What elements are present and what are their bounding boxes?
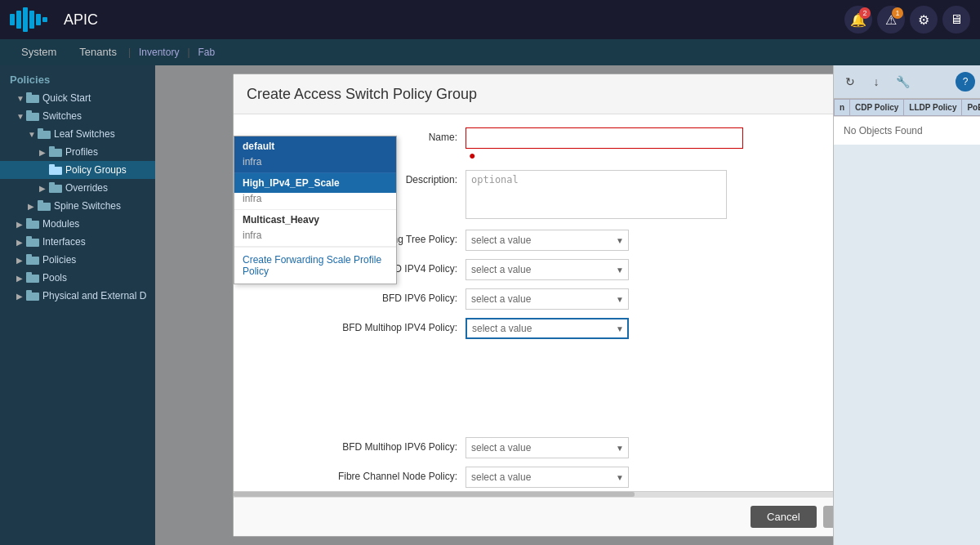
- name-input[interactable]: [466, 127, 743, 149]
- folder-icon: [26, 92, 39, 104]
- arrow-icon: ▶: [16, 274, 26, 283]
- folder-icon: [26, 272, 39, 284]
- bfd-multihop-ipv4-wrapper: select a value ▼ default infra High_IPv4…: [466, 318, 743, 339]
- arrow-icon: ▼: [16, 112, 26, 121]
- svg-rect-6: [26, 95, 39, 103]
- dropdown-item-high-ipv4[interactable]: High_IPv4_EP_Scale: [234, 173, 396, 193]
- svg-rect-14: [49, 167, 62, 175]
- bfd-ipv4-select[interactable]: select a value: [466, 259, 629, 280]
- bfd-multihop-ipv6-label: BFD Multihop IPV6 Policy:: [253, 437, 466, 453]
- svg-rect-18: [38, 203, 51, 211]
- sidebar-item-modules[interactable]: ▶ Modules: [0, 215, 155, 233]
- folder-icon: [26, 254, 39, 266]
- sidebar-item-spine-switches[interactable]: ▶ Spine Switches: [0, 197, 155, 215]
- dialog-scroll-area[interactable]: Name: ● Description: optional Spanning T…: [234, 114, 902, 491]
- sidebar-item-policy-groups[interactable]: Policy Groups: [0, 161, 155, 179]
- dropdown-item-infra-3[interactable]: infra: [234, 230, 396, 247]
- settings-button[interactable]: 🔧: [891, 70, 914, 93]
- dropdown-item-infra-1[interactable]: infra: [234, 156, 396, 173]
- nav-bar: System Tenants | Inventory | Fab: [0, 39, 980, 65]
- sidebar-label-profiles: Profiles: [65, 146, 98, 158]
- svg-rect-16: [49, 185, 62, 193]
- bfd-multihop-ipv6-select[interactable]: select a value: [466, 437, 629, 458]
- sidebar-item-profiles[interactable]: ▶ Profiles: [0, 143, 155, 161]
- spanning-tree-select[interactable]: select a value: [466, 230, 629, 251]
- top-icons: 🔔 2 ⚠ 1 ⚙ 🖥: [844, 6, 970, 34]
- right-panel: ↻ ↓ 🔧 ? n CDP Policy LLDP Policy PoE Nod…: [833, 65, 980, 545]
- fc-node-row: Fibre Channel Node Policy: select a valu…: [253, 467, 882, 488]
- help-icon-btn[interactable]: ?: [956, 72, 975, 92]
- bfd-multihop-ipv6-row: BFD Multihop IPV6 Policy: select a value…: [253, 437, 882, 458]
- folder-icon: [49, 146, 62, 158]
- sidebar-label-modules: Modules: [42, 218, 79, 230]
- svg-rect-5: [42, 17, 47, 22]
- arrow-icon: ▼: [16, 94, 26, 103]
- nav-inventory[interactable]: Inventory: [131, 47, 187, 58]
- sidebar-item-switches[interactable]: ▼ Switches: [0, 107, 155, 125]
- svg-rect-24: [26, 257, 39, 265]
- sidebar-item-overrides[interactable]: ▶ Overrides: [0, 179, 155, 197]
- bfd-multihop-ipv6-select-wrapper: select a value ▼: [466, 437, 629, 458]
- folder-icon: [49, 164, 62, 176]
- bfd-ipv6-wrapper: select a value ▼: [466, 288, 743, 310]
- fc-node-label: Fibre Channel Node Policy:: [253, 467, 466, 482]
- fc-node-select[interactable]: select a value: [466, 467, 629, 488]
- svg-rect-4: [36, 14, 41, 25]
- sidebar-item-policies[interactable]: ▶ Policies: [0, 251, 155, 269]
- dropdown-item-multicast-heavy[interactable]: Multicast_Heavy: [234, 210, 396, 230]
- monitor-button[interactable]: 🖥: [942, 6, 970, 34]
- dropdown-action-create[interactable]: Create Forwarding Scale Profile Policy: [234, 247, 396, 284]
- alert-button[interactable]: ⚠ 1: [877, 6, 905, 34]
- cancel-button[interactable]: Cancel: [751, 506, 816, 528]
- required-icon: ●: [469, 149, 475, 162]
- svg-rect-7: [26, 92, 32, 96]
- sidebar-label-spine-switches: Spine Switches: [54, 200, 121, 212]
- sidebar-item-leaf-switches[interactable]: ▼ Leaf Switches: [0, 125, 155, 143]
- dialog-overlay: Create Access Switch Policy Group ? ✕ Na…: [155, 65, 980, 545]
- svg-rect-12: [49, 149, 62, 157]
- svg-rect-28: [26, 293, 39, 301]
- arrow-icon: ▶: [16, 256, 26, 265]
- fc-node-wrapper: select a value ▼: [466, 467, 743, 488]
- svg-rect-3: [29, 11, 34, 29]
- folder-icon: [49, 182, 62, 194]
- sidebar-item-physical-external[interactable]: ▶ Physical and External D: [0, 287, 155, 305]
- description-input[interactable]: optional: [466, 170, 727, 219]
- nav-system[interactable]: System: [10, 39, 68, 65]
- dropdown-item-infra-2[interactable]: infra: [234, 193, 396, 210]
- sidebar-label-physical-external: Physical and External D: [42, 290, 146, 302]
- horizontal-scrollbar[interactable]: [234, 491, 902, 497]
- nav-fab[interactable]: Fab: [190, 47, 224, 58]
- nav-tenants[interactable]: Tenants: [68, 39, 128, 65]
- download-button[interactable]: ↓: [865, 70, 888, 93]
- svg-rect-0: [10, 14, 15, 25]
- arrow-icon: ▼: [28, 130, 38, 139]
- sidebar-item-quick-start[interactable]: ▼ Quick Start: [0, 89, 155, 107]
- svg-rect-21: [26, 218, 32, 221]
- dropdown-item-default[interactable]: default: [234, 136, 396, 156]
- folder-icon: [38, 200, 51, 212]
- no-objects-label: No Objects Found: [834, 116, 980, 145]
- bfd-ipv6-select[interactable]: select a value: [466, 288, 629, 310]
- bfd-multihop-ipv4-select[interactable]: select a value: [466, 318, 629, 339]
- bell-button[interactable]: 🔔 2: [844, 6, 872, 34]
- dropdown-popup: default infra High_IPv4_EP_Scale infra M…: [234, 136, 397, 284]
- svg-rect-29: [26, 290, 32, 293]
- alert-badge: 1: [892, 7, 903, 19]
- sidebar-item-interfaces[interactable]: ▶ Interfaces: [0, 233, 155, 251]
- gear-button[interactable]: ⚙: [910, 6, 938, 34]
- svg-rect-20: [26, 221, 39, 229]
- sidebar-item-pools[interactable]: ▶ Pools: [0, 269, 155, 287]
- svg-rect-22: [26, 239, 39, 247]
- folder-icon: [26, 218, 39, 230]
- svg-rect-10: [38, 131, 51, 139]
- refresh-button[interactable]: ↻: [839, 70, 862, 93]
- bfd-ipv6-row: BFD IPV6 Policy: select a value ▼: [253, 288, 882, 310]
- bfd-ipv4-select-wrapper: select a value ▼: [466, 259, 629, 280]
- svg-rect-13: [49, 146, 55, 150]
- svg-rect-11: [38, 128, 43, 132]
- col-cdp: CDP Policy: [850, 100, 904, 116]
- svg-rect-1: [16, 11, 21, 29]
- svg-rect-9: [26, 110, 32, 114]
- bfd-ipv6-select-wrapper: select a value ▼: [466, 288, 629, 310]
